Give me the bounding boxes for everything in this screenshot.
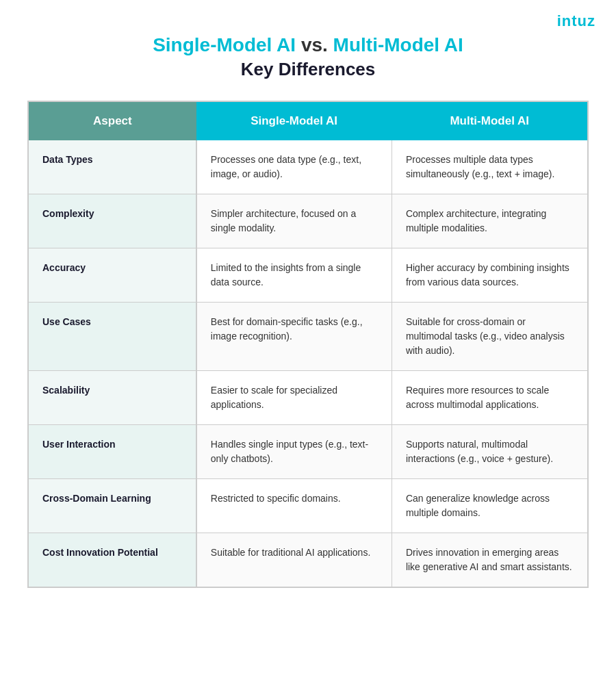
logo-cyan-text: uz [578, 12, 595, 29]
header-row: Aspect Single-Model AI Multi-Model AI [29, 102, 587, 140]
table-row: ComplexitySimpler architecture, focused … [29, 194, 587, 248]
comparison-table: Aspect Single-Model AI Multi-Model AI Da… [29, 102, 587, 587]
col-header-multi: Multi-Model AI [392, 102, 587, 140]
page-header: Single-Model AI vs. Multi-Model AI Key D… [27, 34, 589, 80]
cell-single-2: Limited to the insights from a single da… [196, 248, 392, 303]
cell-multi-2: Higher accuracy by combining insights fr… [392, 248, 587, 303]
logo-black-text: int [557, 12, 578, 29]
cell-single-7: Suitable for traditional AI applications… [196, 533, 392, 587]
cell-single-1: Simpler architecture, focused on a singl… [196, 194, 392, 248]
col-header-single: Single-Model AI [196, 102, 392, 140]
cell-aspect-7: Cost Innovation Potential [29, 533, 196, 587]
cell-single-0: Processes one data type (e.g., text, ima… [196, 140, 392, 194]
table-row: User InteractionHandles single input typ… [29, 425, 587, 479]
page-title-line1: Single-Model AI vs. Multi-Model AI [27, 34, 589, 56]
cell-single-3: Best for domain-specific tasks (e.g., im… [196, 303, 392, 371]
cell-multi-3: Suitable for cross-domain or multimodal … [392, 303, 587, 371]
cell-single-5: Handles single input types (e.g., text-o… [196, 425, 392, 479]
table-row: AccuracyLimited to the insights from a s… [29, 248, 587, 303]
table-header: Aspect Single-Model AI Multi-Model AI [29, 102, 587, 140]
cell-aspect-3: Use Cases [29, 303, 196, 371]
cell-multi-4: Requires more resources to scale across … [392, 371, 587, 425]
page-title-line2: Key Differences [27, 59, 589, 80]
title-single-model: Single-Model AI [153, 34, 296, 55]
cell-aspect-2: Accuracy [29, 248, 196, 303]
cell-multi-1: Complex architecture, integrating multip… [392, 194, 587, 248]
title-multi-model: Multi-Model AI [333, 34, 463, 55]
page-container: intuz Single-Model AI vs. Multi-Model AI… [0, 0, 616, 679]
cell-single-4: Easier to scale for specialized applicat… [196, 371, 392, 425]
table-row: ScalabilityEasier to scale for specializ… [29, 371, 587, 425]
cell-multi-0: Processes multiple data types simultaneo… [392, 140, 587, 194]
table-row: Use CasesBest for domain-specific tasks … [29, 303, 587, 371]
logo: intuz [557, 12, 595, 30]
cell-multi-7: Drives innovation in emerging areas like… [392, 533, 587, 587]
cell-aspect-0: Data Types [29, 140, 196, 194]
cell-multi-5: Supports natural, multimodal interaction… [392, 425, 587, 479]
cell-aspect-5: User Interaction [29, 425, 196, 479]
cell-aspect-1: Complexity [29, 194, 196, 248]
table-row: Cross-Domain LearningRestricted to speci… [29, 479, 587, 533]
col-header-aspect: Aspect [29, 102, 196, 140]
cell-multi-6: Can generalize knowledge across multiple… [392, 479, 587, 533]
cell-single-6: Restricted to specific domains. [196, 479, 392, 533]
title-vs: vs. [296, 34, 333, 55]
cell-aspect-4: Scalability [29, 371, 196, 425]
table-body: Data TypesProcesses one data type (e.g.,… [29, 140, 587, 587]
table-row: Cost Innovation PotentialSuitable for tr… [29, 533, 587, 587]
comparison-table-container: Aspect Single-Model AI Multi-Model AI Da… [27, 101, 589, 588]
table-row: Data TypesProcesses one data type (e.g.,… [29, 140, 587, 194]
cell-aspect-6: Cross-Domain Learning [29, 479, 196, 533]
